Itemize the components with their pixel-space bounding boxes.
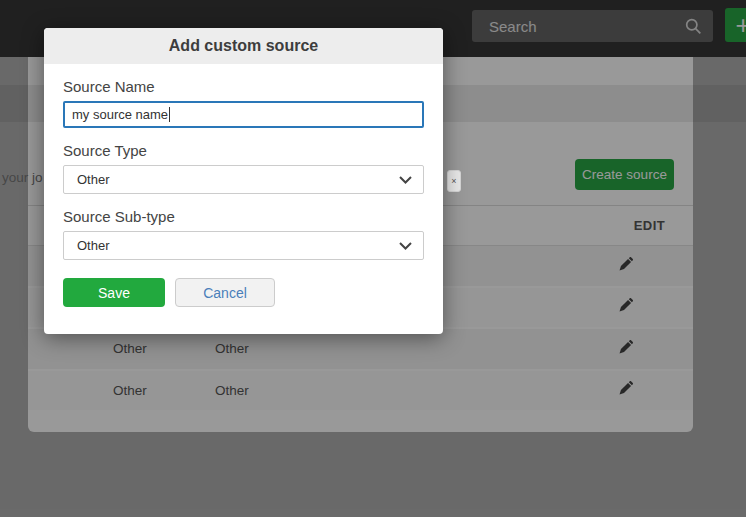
source-subtype-label: Source Sub-type — [63, 208, 424, 225]
text-caret — [169, 107, 170, 122]
cancel-button[interactable]: Cancel — [175, 278, 275, 307]
modal-header: Add custom source — [44, 28, 443, 64]
chevron-down-icon — [399, 242, 412, 250]
source-subtype-select[interactable]: Other — [63, 231, 424, 260]
source-name-value: my source name — [72, 107, 168, 122]
save-button[interactable]: Save — [63, 278, 165, 307]
chevron-down-icon — [399, 176, 412, 184]
close-chip-button[interactable]: × — [447, 170, 461, 192]
source-type-select[interactable]: Other — [63, 165, 424, 194]
source-name-label: Source Name — [63, 78, 424, 95]
add-custom-source-modal: Add custom source Source Name my source … — [44, 28, 443, 334]
modal-title: Add custom source — [169, 37, 318, 55]
source-type-selected-value: Other — [77, 172, 110, 187]
source-subtype-selected-value: Other — [77, 238, 110, 253]
source-name-input[interactable]: my source name — [63, 101, 424, 128]
source-type-label: Source Type — [63, 142, 424, 159]
